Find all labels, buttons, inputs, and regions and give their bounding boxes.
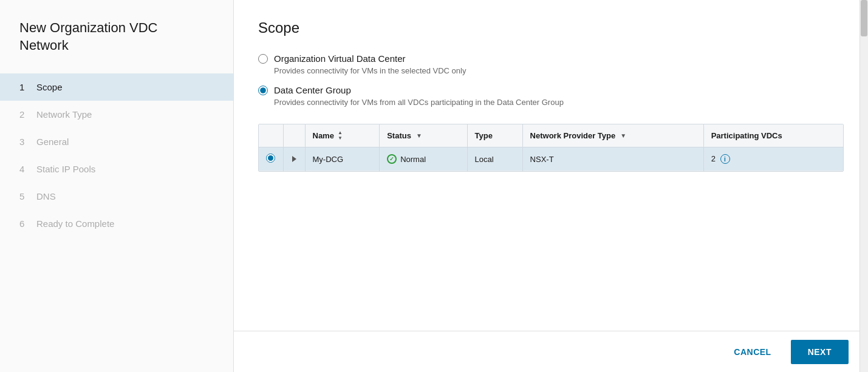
sidebar-item-scope[interactable]: 1 Scope bbox=[0, 73, 233, 101]
dcg-desc: Provides connectivity for VMs from all V… bbox=[274, 98, 844, 107]
scrollbar-thumb[interactable] bbox=[861, 0, 867, 36]
col-pvdcs-label: Participating VDCs bbox=[711, 131, 782, 140]
col-status: Status ▼ bbox=[380, 124, 467, 147]
step-label-ready: Ready to Complete bbox=[36, 218, 114, 229]
org-vdc-radio[interactable] bbox=[258, 54, 268, 64]
npt-filter-icon[interactable]: ▼ bbox=[620, 132, 626, 139]
org-vdc-label[interactable]: Organization Virtual Data Center bbox=[274, 53, 406, 64]
scope-option-org-vdc: Organization Virtual Data Center Provide… bbox=[258, 53, 844, 75]
cancel-button[interactable]: CANCEL bbox=[722, 341, 783, 363]
status-normal: Normal bbox=[387, 154, 459, 164]
scrollbar-track[interactable] bbox=[859, 0, 868, 372]
step-num-5: 5 bbox=[19, 191, 29, 201]
step-num-3: 3 bbox=[19, 137, 29, 147]
sort-asc-icon[interactable]: ▲ bbox=[338, 130, 343, 135]
main-content: Scope Organization Virtual Data Center P… bbox=[234, 0, 868, 331]
sidebar-item-general[interactable]: 3 General bbox=[0, 128, 233, 155]
row-npt-cell: NSX-T bbox=[522, 147, 703, 171]
col-expand bbox=[283, 124, 305, 147]
row-radio[interactable] bbox=[266, 154, 275, 163]
status-label: Normal bbox=[400, 155, 426, 164]
step-num-6: 6 bbox=[19, 218, 29, 229]
row-status-cell: Normal bbox=[380, 147, 467, 171]
row-pvdcs-cell: 2 i bbox=[703, 147, 843, 171]
col-type-label: Type bbox=[475, 131, 493, 140]
col-name-label: Name bbox=[313, 131, 334, 140]
dcg-table: Name ▲ ▼ Status ▼ bbox=[258, 124, 844, 172]
row-type: Local bbox=[475, 155, 494, 164]
chevron-right-icon[interactable] bbox=[292, 156, 296, 162]
row-name: My-DCG bbox=[313, 155, 344, 164]
step-label-general: General bbox=[36, 137, 69, 147]
step-num-1: 1 bbox=[19, 82, 29, 92]
col-type: Type bbox=[467, 124, 522, 147]
sidebar-item-ready-to-complete[interactable]: 6 Ready to Complete bbox=[0, 210, 233, 237]
sidebar-item-network-type[interactable]: 2 Network Type bbox=[0, 101, 233, 128]
main-panel: Scope Organization Virtual Data Center P… bbox=[234, 0, 868, 372]
next-button[interactable]: NEXT bbox=[791, 340, 849, 364]
row-pvdcs: 2 bbox=[711, 154, 716, 163]
row-name-cell: My-DCG bbox=[305, 147, 380, 171]
col-participating-vdcs: Participating VDCs bbox=[703, 124, 843, 147]
org-vdc-desc: Provides connectivity for VMs in the sel… bbox=[274, 66, 844, 75]
status-normal-icon bbox=[387, 154, 397, 164]
sidebar: New Organization VDCNetwork 1 Scope 2 Ne… bbox=[0, 0, 234, 372]
step-num-2: 2 bbox=[19, 109, 29, 120]
page-title: Scope bbox=[258, 19, 844, 36]
dcg-label[interactable]: Data Center Group bbox=[274, 85, 351, 95]
info-icon[interactable]: i bbox=[720, 154, 730, 164]
sort-desc-icon[interactable]: ▼ bbox=[338, 136, 343, 141]
status-filter-icon[interactable]: ▼ bbox=[416, 132, 422, 139]
sidebar-item-dns[interactable]: 5 DNS bbox=[0, 183, 233, 210]
row-expand-cell[interactable] bbox=[283, 147, 305, 171]
wizard-title: New Organization VDCNetwork bbox=[0, 19, 233, 73]
scope-options: Organization Virtual Data Center Provide… bbox=[258, 53, 844, 107]
col-network-provider-type: Network Provider Type ▼ bbox=[522, 124, 703, 147]
scope-option-dcg: Data Center Group Provides connectivity … bbox=[258, 85, 844, 107]
row-radio-cell[interactable] bbox=[259, 147, 283, 171]
dcg-radio[interactable] bbox=[258, 86, 268, 95]
name-sort-icons[interactable]: ▲ ▼ bbox=[338, 130, 343, 141]
step-num-4: 4 bbox=[19, 164, 29, 174]
step-list: 1 Scope 2 Network Type 3 General 4 Stati… bbox=[0, 73, 233, 237]
col-status-label: Status bbox=[387, 131, 411, 140]
col-npt-label: Network Provider Type bbox=[530, 131, 616, 140]
row-npt: NSX-T bbox=[530, 155, 554, 164]
col-name: Name ▲ ▼ bbox=[305, 124, 380, 147]
table-row[interactable]: My-DCG Normal Local NSX-T bbox=[259, 147, 843, 171]
dcg-data-table: Name ▲ ▼ Status ▼ bbox=[259, 124, 843, 171]
footer: CANCEL NEXT bbox=[234, 331, 868, 372]
sidebar-item-static-ip-pools[interactable]: 4 Static IP Pools bbox=[0, 155, 233, 183]
row-type-cell: Local bbox=[467, 147, 522, 171]
step-label-dns: DNS bbox=[36, 191, 56, 201]
step-label-network-type: Network Type bbox=[36, 109, 92, 120]
step-label-static-ip-pools: Static IP Pools bbox=[36, 164, 95, 174]
step-label-scope: Scope bbox=[36, 82, 63, 92]
table-header-row: Name ▲ ▼ Status ▼ bbox=[259, 124, 843, 147]
col-radio bbox=[259, 124, 283, 147]
